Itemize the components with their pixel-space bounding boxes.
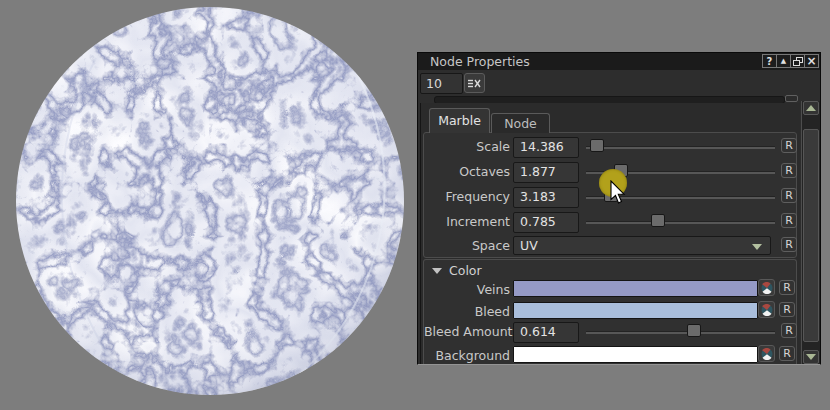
color-wheel-icon xyxy=(761,304,773,316)
slider-handle[interactable] xyxy=(687,324,701,337)
restore-icon xyxy=(793,57,803,66)
scale-input[interactable]: 14.386 xyxy=(513,137,579,158)
color-group: Color Veins R Bleed xyxy=(423,259,797,364)
triangle-down-icon xyxy=(806,354,816,360)
background-reset-button[interactable]: R xyxy=(779,346,795,361)
slider-track xyxy=(586,221,775,224)
panel-title: Node Properties xyxy=(430,54,530,69)
node-properties-panel: Node Properties ? ▲ × 10 xyxy=(417,52,821,365)
close-icon: × xyxy=(806,54,816,68)
bleed-label: Bleed xyxy=(424,304,510,319)
horizontal-scrollbar-corner[interactable] xyxy=(785,95,798,102)
slider-handle[interactable] xyxy=(590,139,604,152)
param-row-increment: Increment 0.785 R xyxy=(424,210,796,235)
triangle-up-icon xyxy=(806,105,816,111)
frequency-label: Frequency xyxy=(424,189,510,204)
background-color-swatch[interactable] xyxy=(513,346,758,363)
increment-input[interactable]: 0.785 xyxy=(513,212,579,233)
veins-color-swatch[interactable] xyxy=(513,280,758,297)
restore-button[interactable] xyxy=(790,54,805,68)
param-row-bleed-amount: Bleed Amount 0.614 R xyxy=(424,320,796,345)
increment-reset-button[interactable]: R xyxy=(781,213,797,228)
scale-label: Scale xyxy=(424,139,510,154)
param-row-space: Space UV R xyxy=(424,234,796,259)
space-selected-value: UV xyxy=(520,238,538,253)
bleed-color-swatch[interactable] xyxy=(513,302,758,319)
toolbar-clear-button[interactable] xyxy=(464,73,485,93)
vertical-scrollbar[interactable] xyxy=(801,101,820,364)
veins-reset-button[interactable]: R xyxy=(779,280,795,295)
scale-slider[interactable] xyxy=(585,137,776,155)
expand-button[interactable]: ▲ xyxy=(776,54,791,68)
triangle-up-icon: ▲ xyxy=(781,57,786,65)
scrollbar-thumb[interactable] xyxy=(803,129,819,342)
panel-titlebar[interactable]: Node Properties ? ▲ × xyxy=(418,53,820,70)
param-row-background: Background R xyxy=(424,344,796,364)
increment-label: Increment xyxy=(424,214,510,229)
param-row-scale: Scale 14.386 R xyxy=(424,135,796,160)
color-wheel-icon xyxy=(761,282,773,294)
space-reset-button[interactable]: R xyxy=(781,237,797,252)
bleed-color-picker-button[interactable] xyxy=(758,301,775,318)
bleed-amount-reset-button[interactable]: R xyxy=(781,323,797,338)
slider-handle[interactable] xyxy=(651,214,665,227)
increment-slider[interactable] xyxy=(585,212,776,230)
chevron-down-icon xyxy=(752,244,762,250)
help-icon: ? xyxy=(767,56,773,67)
color-wheel-icon xyxy=(761,348,773,360)
background-label: Background xyxy=(424,348,510,363)
help-button[interactable]: ? xyxy=(762,54,777,68)
slider-track xyxy=(586,331,775,334)
mouse-cursor xyxy=(609,180,627,205)
toolbar-number-input[interactable]: 10 xyxy=(420,73,463,94)
clear-list-icon xyxy=(468,78,481,89)
veins-label: Veins xyxy=(424,282,510,297)
bleed-amount-slider[interactable] xyxy=(585,322,776,340)
octaves-reset-button[interactable]: R xyxy=(781,163,797,178)
bleed-reset-button[interactable]: R xyxy=(779,302,795,317)
color-section-header[interactable]: Color xyxy=(432,263,482,278)
bleed-amount-input[interactable]: 0.614 xyxy=(513,322,579,343)
scroll-down-button[interactable] xyxy=(803,350,819,364)
triangle-down-icon xyxy=(432,268,442,274)
space-select[interactable]: UV xyxy=(513,236,771,255)
titlebar-buttons: ? ▲ × xyxy=(763,54,819,68)
close-button[interactable]: × xyxy=(804,54,819,68)
tab-marble[interactable]: Marble xyxy=(429,108,490,133)
octaves-input[interactable]: 1.877 xyxy=(513,162,579,183)
veins-color-picker-button[interactable] xyxy=(758,279,775,296)
bleed-amount-label: Bleed Amount xyxy=(424,324,510,339)
color-section-title: Color xyxy=(449,263,482,278)
tab-node[interactable]: Node xyxy=(491,113,550,133)
parameters-scroll-area: Marble Node Scale 14.386 R Octaves 1.877 xyxy=(420,103,800,364)
scroll-up-button[interactable] xyxy=(803,101,819,115)
background-color-picker-button[interactable] xyxy=(758,345,775,362)
frequency-input[interactable]: 3.183 xyxy=(513,187,579,208)
desktop-background: Node Properties ? ▲ × 10 xyxy=(0,0,830,410)
slider-track xyxy=(586,146,775,149)
octaves-label: Octaves xyxy=(424,164,510,179)
panel-toolbar: 10 xyxy=(418,70,820,96)
frequency-reset-button[interactable]: R xyxy=(781,188,797,203)
space-label: Space xyxy=(424,238,510,253)
scale-reset-button[interactable]: R xyxy=(781,138,797,153)
